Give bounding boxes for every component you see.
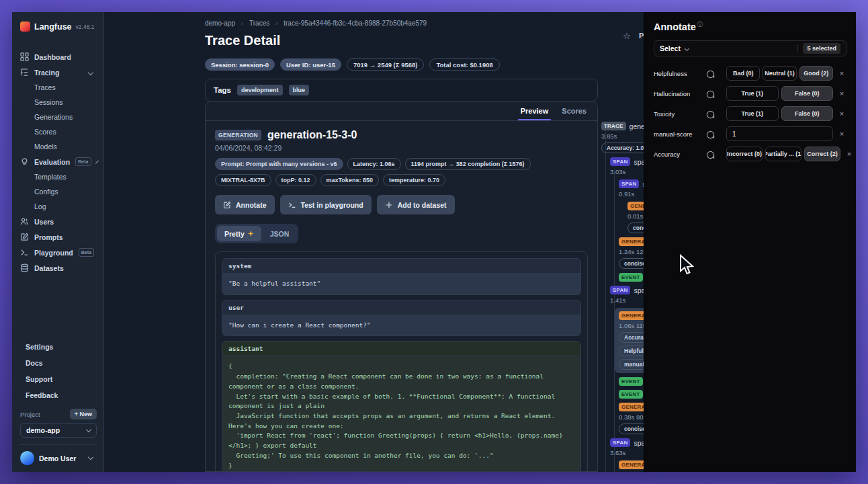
- message-content: { completion: "Creating a React componen…: [222, 356, 580, 472]
- sidebar-item-sessions[interactable]: Sessions: [20, 95, 97, 110]
- sparkle-icon: [248, 231, 254, 237]
- remove-score-icon[interactable]: ×: [837, 130, 847, 138]
- avatar: [20, 451, 34, 465]
- sidebar-item-label: Support: [26, 375, 52, 383]
- sidebar-item-label: Sessions: [34, 98, 63, 106]
- tree-guide-line: [605, 131, 606, 472]
- sidebar-item-label: Dashboard: [34, 53, 71, 61]
- sidebar-item-label: Prompts: [34, 233, 63, 241]
- manual-score-input[interactable]: [726, 126, 833, 141]
- new-project-button[interactable]: + New: [70, 409, 97, 419]
- sidebar-item-playground[interactable]: Playground Beta: [20, 245, 97, 260]
- remove-score-icon[interactable]: ×: [837, 110, 847, 118]
- breadcrumb-trace-id[interactable]: trace-95a43446-fb3c-4cba-8988-27b50b4ae5…: [284, 19, 427, 27]
- option-neutral[interactable]: Neutral (1): [763, 66, 796, 81]
- tag-development[interactable]: development: [237, 85, 283, 95]
- test-in-playground-button[interactable]: Test in playground: [280, 195, 372, 214]
- star-icon[interactable]: ☆: [623, 31, 631, 41]
- sidebar-item-log[interactable]: Log: [20, 199, 97, 214]
- comment-icon[interactable]: [706, 69, 715, 78]
- select-label: Select: [660, 44, 681, 52]
- add-to-dataset-button[interactable]: Add to dataset: [377, 195, 455, 214]
- sidebar-item-users[interactable]: Users: [20, 214, 97, 229]
- beta-badge: Beta: [79, 248, 94, 257]
- option-incorrect[interactable]: Incorrect (0): [726, 147, 763, 161]
- generation-type-badge: GENERATION: [215, 130, 261, 140]
- tag-blue[interactable]: blue: [289, 85, 310, 95]
- score-label: Accuracy: [654, 151, 702, 158]
- sidebar-item-scores[interactable]: Scores: [20, 124, 97, 139]
- sidebar-item-label: Playground: [34, 249, 73, 257]
- sidebar-item-settings[interactable]: Settings: [20, 339, 97, 355]
- json-toggle[interactable]: JSON: [263, 226, 297, 241]
- sidebar-item-generations[interactable]: Generations: [20, 110, 97, 124]
- remove-score-icon[interactable]: ×: [837, 69, 847, 77]
- tab-preview[interactable]: Preview: [521, 102, 549, 120]
- comment-icon[interactable]: [706, 110, 715, 118]
- chevron-down-icon: [95, 160, 99, 163]
- annotation-row-hallucination: Hallucination True (1) False (0) ×: [654, 86, 847, 101]
- pretty-toggle[interactable]: Pretty: [217, 226, 261, 241]
- option-correct-selected[interactable]: Correct (2): [804, 147, 840, 161]
- observation-timestamp: 04/06/2024, 08:42:29: [215, 144, 588, 152]
- sidebar-item-label: Users: [34, 218, 54, 226]
- annotate-button[interactable]: Annotate: [215, 195, 275, 214]
- user-id-badge[interactable]: User ID: user-15: [280, 58, 341, 71]
- pencil-icon: [223, 201, 231, 209]
- sidebar-item-feedback[interactable]: Feedback: [20, 387, 97, 403]
- breadcrumb-project[interactable]: demo-app: [205, 19, 235, 27]
- chevron-right-icon: ›: [275, 20, 277, 27]
- comment-icon[interactable]: [706, 89, 715, 98]
- chevron-down-icon: [685, 46, 689, 51]
- sidebar-item-tracing[interactable]: Tracing: [20, 65, 97, 80]
- sidebar-item-prompts[interactable]: Prompts: [20, 229, 97, 245]
- sidebar-item-label: Traces: [34, 83, 56, 91]
- chevron-down-icon: [88, 454, 93, 460]
- terminal-icon: [20, 248, 29, 257]
- latency-chip: Latency: 1.06s: [347, 158, 401, 170]
- system-message: system "Be a helpful assistant": [222, 258, 581, 295]
- user-menu[interactable]: Demo User: [20, 444, 97, 465]
- sidebar-item-configs[interactable]: Configs: [20, 184, 97, 199]
- sidebar-item-models[interactable]: Models: [20, 139, 97, 154]
- sidebar-item-evaluation[interactable]: Evaluation Beta: [20, 154, 97, 169]
- prompt-chip[interactable]: Prompt: Prompt with many versions - v6: [215, 158, 343, 170]
- score-select-dropdown[interactable]: Select 5 selected: [654, 40, 847, 56]
- option-bad[interactable]: Bad (0): [726, 66, 760, 81]
- project-selector[interactable]: demo-app: [20, 423, 97, 438]
- breadcrumb-traces[interactable]: Traces: [249, 19, 269, 27]
- sidebar-item-dashboard[interactable]: Dashboard: [20, 49, 97, 65]
- message-role: user: [222, 300, 580, 315]
- session-badge[interactable]: Session: session-0: [205, 58, 275, 71]
- sidebar-item-templates[interactable]: Templates: [20, 169, 97, 184]
- span-badge: SPAN: [610, 157, 630, 166]
- tree-item-duration: 1.06s: [619, 322, 634, 329]
- comment-icon[interactable]: [706, 130, 715, 138]
- option-false-selected[interactable]: False (0): [781, 86, 834, 101]
- remove-score-icon[interactable]: ×: [837, 89, 847, 97]
- option-partially[interactable]: Partially ... (1): [765, 147, 801, 161]
- option-true[interactable]: True (1): [726, 86, 779, 101]
- terminal-icon: [288, 201, 296, 209]
- preview-scores-tabs: Preview Scores: [206, 102, 597, 121]
- sidebar-item-label: Templates: [34, 173, 67, 181]
- sidebar-item-docs[interactable]: Docs: [20, 355, 97, 371]
- tags-card: Tags development blue: [205, 79, 598, 102]
- comment-icon[interactable]: [706, 150, 715, 159]
- edit-icon: [20, 233, 29, 241]
- dashboard-icon: [20, 52, 29, 61]
- option-false-selected[interactable]: False (0): [781, 106, 834, 121]
- tab-scores[interactable]: Scores: [562, 102, 587, 120]
- info-icon: ⓘ: [697, 22, 703, 28]
- sidebar-item-label: Feedback: [26, 391, 58, 399]
- project-label: Project: [20, 411, 40, 418]
- sidebar-item-datasets[interactable]: Datasets: [20, 260, 97, 276]
- users-icon: [20, 217, 29, 226]
- sidebar-item-support[interactable]: Support: [20, 371, 97, 387]
- option-true[interactable]: True (1): [726, 106, 779, 121]
- sidebar-item-traces[interactable]: Traces: [20, 80, 97, 95]
- score-label: manual-score: [654, 130, 702, 138]
- option-good-selected[interactable]: Good (2): [799, 66, 833, 81]
- sidebar-item-label: Tracing: [34, 69, 59, 77]
- remove-score-icon[interactable]: ×: [844, 150, 854, 158]
